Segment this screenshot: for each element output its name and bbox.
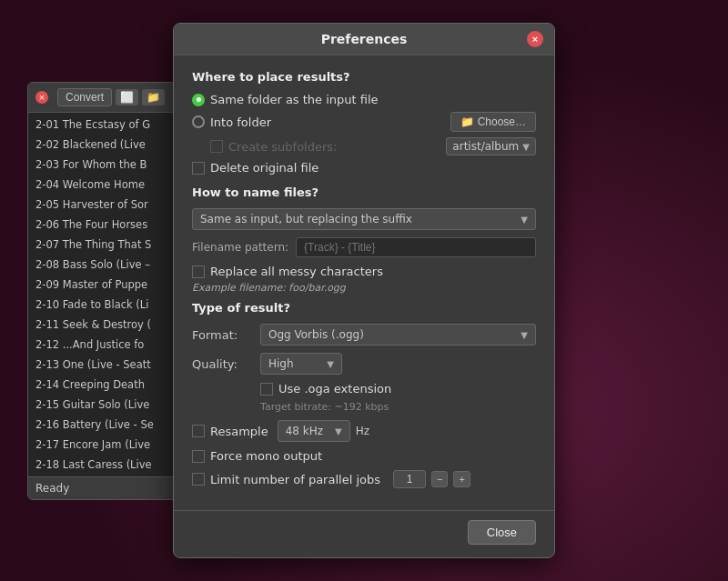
format-label: Format: [192,328,251,342]
modal-body: Where to place results? Same folder as t… [174,55,554,510]
same-folder-radio-row[interactable]: Same folder as the input file [192,93,536,106]
close-button[interactable]: Close [468,520,536,545]
quality-row: Quality: High ▼ [192,353,536,375]
parallel-jobs-label: Limit number of parallel jobs [210,473,380,486]
delete-original-row: Delete original file [192,161,536,175]
type-section-title: Type of result? [192,301,536,315]
modal-footer: Close [174,510,554,557]
resample-arrow-icon: ▼ [335,426,342,436]
oga-label: Use .oga extension [278,382,391,396]
hz-label: Hz [356,425,369,437]
quality-arrow-icon: ▼ [327,359,334,369]
parallel-decrement-button[interactable]: − [431,471,448,487]
resample-label: Resample [210,425,268,438]
force-mono-label: Force mono output [210,449,322,463]
into-folder-radio-group: Into folder [192,115,271,129]
naming-arrow-icon: ▼ [521,215,528,225]
preferences-dialog: Preferences × Where to place results? Sa… [173,23,555,558]
delete-original-label: Delete original file [210,161,318,175]
folder-icon: 📁 [460,115,474,128]
parallel-increment-button[interactable]: + [453,471,470,487]
parallel-jobs-input[interactable] [393,470,426,488]
delete-original-checkbox[interactable] [192,162,205,175]
subfolder-arrow-icon: ▼ [522,142,530,152]
oga-row: Use .oga extension [192,382,536,396]
naming-dropdown-row: Same as input, but replacing the suffix … [192,208,536,230]
replace-messy-label: Replace all messy characters [210,265,383,278]
same-folder-label: Same folder as the input file [210,93,379,106]
pattern-input[interactable] [296,237,536,257]
resample-row: Resample 48 kHz ▼ Hz [192,420,536,442]
format-value: Ogg Vorbis (.ogg) [268,328,364,341]
format-dropdown[interactable]: Ogg Vorbis (.ogg) ▼ [260,324,536,346]
create-subfolders-group: Create subfolders: [210,140,337,154]
force-mono-checkbox[interactable] [192,450,205,463]
force-mono-row: Force mono output [192,449,536,463]
modal-titlebar: Preferences × [174,24,554,55]
pattern-row: Filename pattern: [192,237,536,257]
create-subfolders-label: Create subfolders: [228,140,337,154]
format-row: Format: Ogg Vorbis (.ogg) ▼ [192,324,536,346]
modal-overlay: Preferences × Where to place results? Sa… [0,0,728,581]
resample-checkbox[interactable] [192,425,205,437]
modal-close-button[interactable]: × [527,31,543,47]
subfolder-value: artist/album [452,140,519,153]
modal-title: Preferences [201,32,527,46]
create-subfolders-row: Create subfolders: artist/album ▼ [192,137,536,155]
quality-value: High [268,357,294,370]
pattern-label: Filename pattern: [192,241,288,254]
choose-button[interactable]: 📁 Choose… [450,112,536,132]
resample-dropdown[interactable]: 48 kHz ▼ [278,420,350,442]
choose-label: Choose… [478,115,526,128]
subfolder-select[interactable]: artist/album ▼ [446,137,536,155]
resample-value: 48 kHz [286,425,323,437]
parallel-jobs-row: Limit number of parallel jobs − + [192,470,536,488]
bitrate-note: Target bitrate: ~192 kbps [192,401,536,413]
create-subfolders-checkbox[interactable] [210,140,223,153]
naming-option-value: Same as input, but replacing the suffix [200,213,412,225]
naming-dropdown[interactable]: Same as input, but replacing the suffix … [192,208,536,230]
into-folder-radio[interactable] [192,115,205,128]
replace-messy-row: Replace all messy characters [192,265,536,278]
replace-messy-checkbox[interactable] [192,265,205,278]
oga-checkbox[interactable] [260,383,273,396]
same-folder-radio[interactable] [192,94,205,106]
into-folder-row: Into folder 📁 Choose… [192,112,536,132]
parallel-jobs-checkbox[interactable] [192,473,205,486]
format-arrow-icon: ▼ [521,330,528,340]
example-filename: Example filename: foo/bar.ogg [192,282,536,294]
how-section-title: How to name files? [192,185,536,199]
quality-label: Quality: [192,357,251,371]
where-section-title: Where to place results? [192,70,536,84]
type-section: Type of result? Format: Ogg Vorbis (.ogg… [192,301,536,488]
into-folder-label: Into folder [210,115,271,129]
quality-dropdown[interactable]: High ▼ [260,353,342,375]
